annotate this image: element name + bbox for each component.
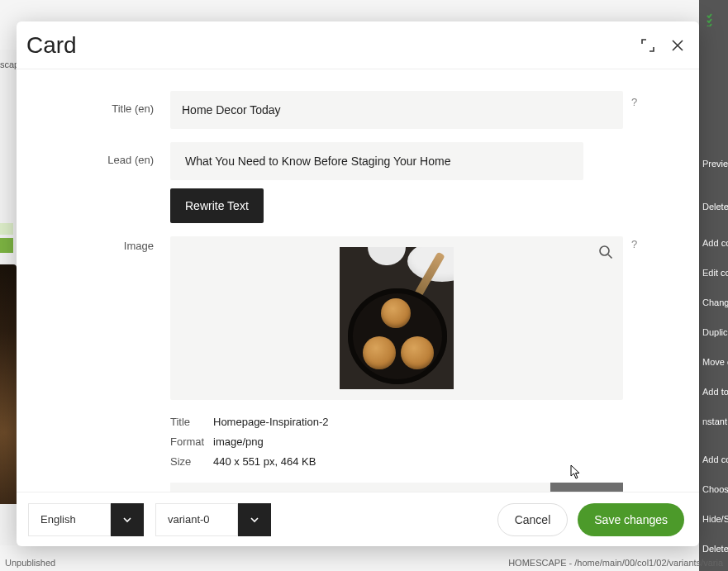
modal-title: Card [26,32,628,59]
select-new-button[interactable]: Select new [550,483,623,492]
meta-size-key: Size [170,455,213,468]
variant-select[interactable]: variant-0 [155,503,271,536]
language-select[interactable]: English [28,503,144,536]
card-modal: Card Title (en) ? Lead (en) [17,21,699,546]
chevron-down-icon[interactable] [238,503,271,536]
bg-menu-item[interactable]: Preview [699,149,728,178]
bg-menu-item[interactable]: Move c [699,347,728,377]
save-button[interactable]: Save changes [578,503,684,536]
bg-menu-item[interactable]: Duplica [699,317,728,347]
modal-body: Title (en) ? Lead (en) Rewrite Text Imag… [17,69,699,492]
bg-menu-item[interactable]: Edit co [699,258,728,288]
bg-menu-item[interactable]: Change [699,288,728,317]
meta-title-key: Title [170,416,213,428]
meta-title-val: Homepage-Inspiration-2 [213,416,328,428]
variant-value: variant-0 [155,503,238,536]
checklist-icon[interactable] [707,13,725,29]
bg-menu-item[interactable]: Add co [699,445,728,474]
bg-menu-item[interactable]: Add to [699,377,728,407]
lead-input[interactable] [170,142,583,180]
language-value: English [28,503,111,536]
status-right: HOMESCAPE - /home/main/00/col1/02/varian… [508,558,723,568]
title-input[interactable] [170,91,623,129]
help-icon[interactable]: ? [623,236,640,250]
modal-header: Card [17,21,699,69]
meta-format-val: image/png [213,435,264,448]
meta-size-val: 440 x 551 px, 464 KB [213,455,316,468]
modal-footer: English variant-0 Cancel Save changes [17,492,699,546]
bg-menu-item[interactable]: nstant [699,407,728,436]
image-meta: Title Homepage-Inspiration-2 Format imag… [170,412,623,471]
svg-point-0 [600,246,609,255]
magnify-icon[interactable] [598,245,613,263]
bg-menu-item[interactable]: Delete [699,192,728,221]
fullscreen-icon[interactable] [638,36,658,55]
background-side-panel: Preview Delete Add co Edit co Change Dup… [699,0,728,571]
help-icon[interactable]: ? [623,91,640,108]
preview-image [340,247,454,389]
status-bar: Unpublished HOMESCAPE - /home/main/00/co… [0,558,728,568]
image-preview [170,236,623,400]
title-label: Title (en) [38,91,170,115]
rewrite-text-button[interactable]: Rewrite Text [170,188,264,223]
image-path-field[interactable]: /homescape/images/content-images/Homepag… [170,483,550,492]
bg-menu-item[interactable]: Choose [699,474,728,504]
bg-menu-item[interactable]: Add co [699,228,728,258]
close-icon[interactable] [668,36,688,55]
chevron-down-icon[interactable] [111,503,144,536]
lead-label: Lead (en) [38,142,170,166]
status-left: Unpublished [5,558,55,568]
cancel-button[interactable]: Cancel [497,503,569,536]
image-label: Image [38,236,170,252]
meta-format-key: Format [170,435,213,448]
bg-menu-item[interactable]: Hide/S [699,504,728,534]
